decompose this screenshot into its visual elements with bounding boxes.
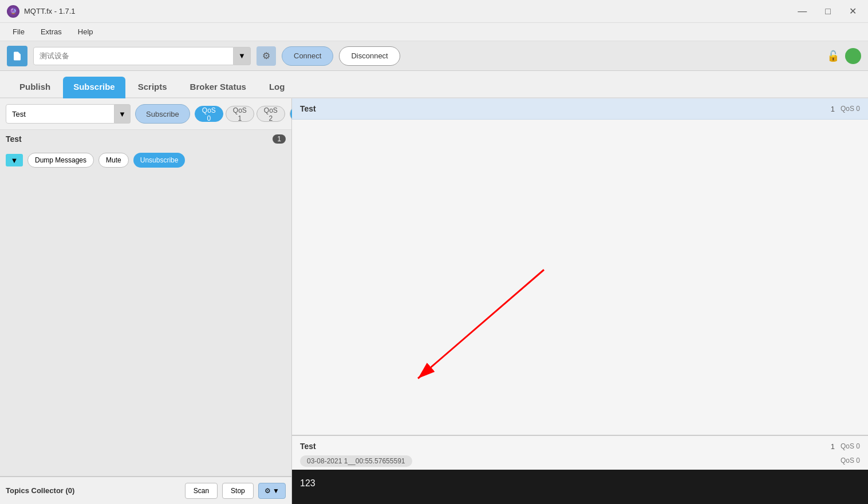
subscription-controls: ▼ Dump Messages Mute Unsubscribe	[0, 148, 291, 172]
subscription-count: 1	[273, 134, 286, 144]
close-button[interactable]: ✕	[845, 3, 861, 19]
tab-publish[interactable]: Publish	[9, 77, 61, 98]
message-topic: Test	[300, 104, 831, 113]
scan-button[interactable]: Scan	[185, 483, 218, 499]
maximize-button[interactable]: □	[820, 4, 835, 19]
settings-button[interactable]: ⚙	[257, 46, 276, 66]
menu-extras[interactable]: Extras	[35, 25, 68, 38]
connection-status-dot	[845, 48, 861, 64]
topic-input[interactable]	[6, 104, 115, 124]
color-indicator[interactable]: ▼	[6, 154, 23, 166]
subscription-name: Test	[6, 134, 22, 144]
connect-button[interactable]: Connect	[282, 46, 333, 66]
detail-qos-right: QoS 0	[841, 457, 860, 465]
unsubscribe-button[interactable]: Unsubscribe	[133, 153, 186, 168]
topic-dropdown-button[interactable]: ▼	[115, 104, 131, 124]
dump-messages-button[interactable]: Dump Messages	[27, 153, 94, 168]
profile-select-wrap: ▼	[33, 47, 251, 65]
toolbar: ▼ ⚙ Connect Disconnect 🔓	[0, 41, 868, 71]
qos-1-button[interactable]: QoS 1	[226, 106, 254, 122]
toolbar-right: 🔓	[827, 48, 861, 64]
tab-log[interactable]: Log	[259, 77, 295, 98]
subscribe-action-button[interactable]: Subscribe	[135, 104, 190, 124]
message-detail: Test 1 QoS 0 03-08-2021 1__00:55.5765559…	[292, 435, 868, 504]
window-controls: — □ ✕	[793, 3, 861, 19]
topic-input-wrap: ▼	[6, 104, 131, 124]
detail-qos: QoS 0	[841, 442, 860, 450]
message-payload: 123	[300, 478, 315, 488]
mute-button[interactable]: Mute	[98, 153, 129, 168]
subscribe-area-top: ▼ Subscribe QoS 0 QoS 1 QoS 2 Autoscroll…	[0, 98, 291, 130]
topics-collector: Topics Collector (0) Scan Stop ⚙ ▼	[0, 477, 291, 504]
menu-bar: File Extras Help	[0, 23, 868, 41]
message-num: 1	[831, 105, 835, 113]
title-bar: 🔮 MQTT.fx - 1.7.1 — □ ✕	[0, 0, 868, 23]
message-qos: QoS 0	[841, 105, 860, 113]
tab-bar: Publish Subscribe Scripts Broker Status …	[0, 71, 868, 98]
detail-timestamp-row: 03-08-2021 1__00:55.57655591 QoS 0	[292, 457, 868, 470]
stop-button[interactable]: Stop	[222, 483, 254, 499]
tab-broker-status[interactable]: Broker Status	[180, 77, 257, 98]
disconnect-button[interactable]: Disconnect	[339, 46, 400, 66]
main-content: ▼ Subscribe QoS 0 QoS 1 QoS 2 Autoscroll…	[0, 98, 868, 504]
message-list[interactable]: Test 1 QoS 0	[292, 98, 868, 435]
tab-subscribe[interactable]: Subscribe	[63, 77, 125, 98]
message-content: 123	[292, 470, 868, 504]
profile-select[interactable]	[33, 47, 234, 65]
message-list-item[interactable]: Test 1 QoS 0	[292, 98, 868, 120]
lock-icon: 🔓	[827, 50, 839, 62]
qos-group: QoS 0 QoS 1 QoS 2	[195, 106, 285, 122]
right-panel: Test 1 QoS 0 Test 1 QoS 0 03-08-2021 1__…	[292, 98, 868, 504]
collector-settings-button[interactable]: ⚙ ▼	[258, 483, 286, 499]
profile-dropdown-button[interactable]: ▼	[234, 47, 251, 65]
menu-file[interactable]: File	[7, 25, 30, 38]
minimize-button[interactable]: —	[793, 4, 811, 19]
qos-0-button[interactable]: QoS 0	[195, 106, 223, 122]
detail-num: 1	[831, 442, 835, 451]
detail-timestamp: 03-08-2021 1__00:55.57655591	[300, 455, 412, 467]
subscription-item: Test 1	[0, 130, 291, 148]
left-panel: ▼ Subscribe QoS 0 QoS 1 QoS 2 Autoscroll…	[0, 98, 292, 504]
subscription-list: Test 1 ▼ Dump Messages Mute Unsubscribe	[0, 130, 291, 477]
new-profile-button[interactable]	[7, 46, 27, 66]
app-icon: 🔮	[7, 5, 19, 18]
detail-topic: Test	[300, 442, 825, 451]
tab-scripts[interactable]: Scripts	[128, 77, 177, 98]
message-detail-header: Test 1 QoS 0	[292, 436, 868, 457]
topics-collector-label: Topics Collector (0)	[6, 486, 180, 495]
title-bar-left: 🔮 MQTT.fx - 1.7.1	[7, 5, 76, 18]
qos-2-button[interactable]: QoS 2	[257, 106, 285, 122]
menu-help[interactable]: Help	[72, 25, 99, 38]
window-title: MQTT.fx - 1.7.1	[24, 7, 76, 15]
